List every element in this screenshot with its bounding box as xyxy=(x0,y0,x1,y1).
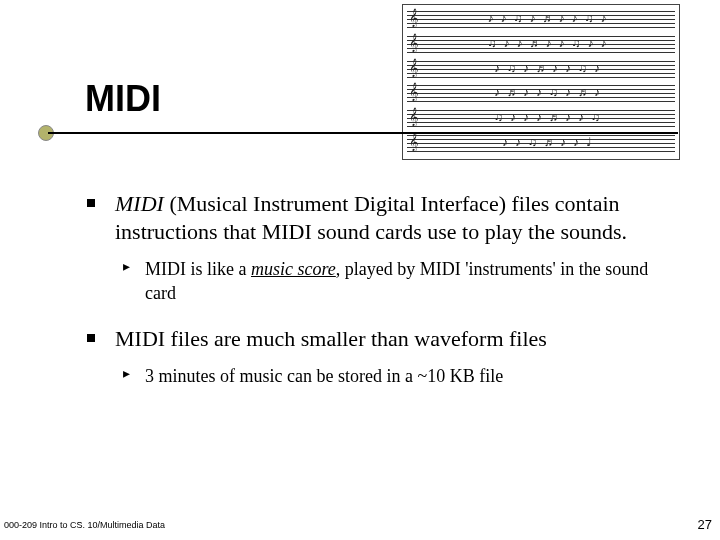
staff-row: 𝄞 ♪ ♬ ♪ ♪ ♫ ♪ ♬ ♪ xyxy=(407,85,675,103)
slide-body: MIDI (Musical Instrument Digital Interfa… xyxy=(115,190,675,409)
treble-clef-icon: 𝄞 xyxy=(409,133,418,151)
staff-row: 𝄞 ♪ ♫ ♪ ♬ ♪ ♪ ♫ ♪ xyxy=(407,61,675,79)
staff-row: 𝄞 ♫ ♪ ♪ ♪ ♬ ♪ ♪ ♫ xyxy=(407,110,675,128)
treble-clef-icon: 𝄞 xyxy=(409,34,418,52)
staff-row: 𝄞 ♫ ♪ ♪ ♬ ♪ ♪ ♫ ♪ ♪ xyxy=(407,36,675,54)
staff-row: 𝄞 ♪ ♪ ♫ ♪ ♬ ♪ ♪ ♫ ♪ xyxy=(407,11,675,29)
sheet-music-image: 𝄞 ♪ ♪ ♫ ♪ ♬ ♪ ♪ ♫ ♪ 𝄞 ♫ ♪ ♪ ♬ ♪ ♪ ♫ ♪ ♪ … xyxy=(402,4,680,160)
sub-bullet-prefix: MIDI is like a xyxy=(145,259,251,279)
treble-clef-icon: 𝄞 xyxy=(409,83,418,101)
music-score-term: music score xyxy=(251,259,336,279)
bullet-level2: 3 minutes of music can be stored in a ~1… xyxy=(145,365,675,388)
bullet-text: (Musical Instrument Digital Interface) f… xyxy=(115,191,627,244)
footer-course-info: 000-209 Intro to CS. 10/Multimedia Data xyxy=(4,520,165,530)
midi-term: MIDI xyxy=(115,191,164,216)
title-underline xyxy=(48,132,678,134)
staff-row: 𝄞 ♪ ♪ ♫ ♬ ♪ ♪ ♩ xyxy=(407,135,675,153)
sub-bullet-text: 3 minutes of music can be stored in a ~1… xyxy=(145,366,503,386)
bullet-level1: MIDI (Musical Instrument Digital Interfa… xyxy=(115,190,675,246)
bullet-text: MIDI files are much smaller than wavefor… xyxy=(115,326,547,351)
bullet-level2: MIDI is like a music score, played by MI… xyxy=(145,258,675,305)
bullet-level1: MIDI files are much smaller than wavefor… xyxy=(115,325,675,353)
treble-clef-icon: 𝄞 xyxy=(409,9,418,27)
slide-title: MIDI xyxy=(85,78,161,120)
slide-number: 27 xyxy=(698,517,712,532)
treble-clef-icon: 𝄞 xyxy=(409,108,418,126)
treble-clef-icon: 𝄞 xyxy=(409,59,418,77)
